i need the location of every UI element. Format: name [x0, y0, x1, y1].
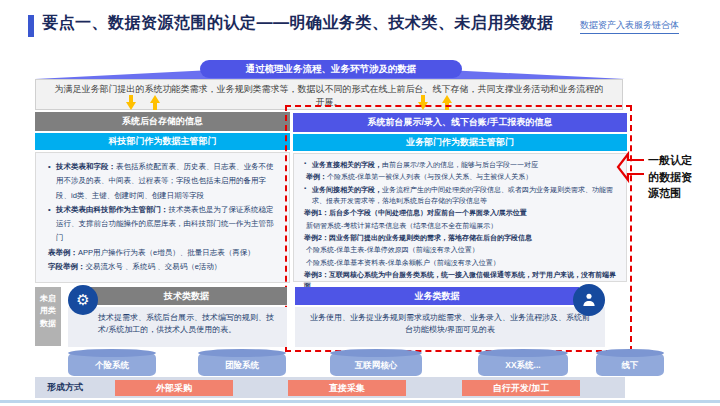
formation-band: 形成方式 外部采购 直接采集 自行开发/加工: [35, 377, 625, 398]
left-panel-subheader: 科技部门作为数据主管部门: [35, 133, 290, 150]
backend-storage-panel: 系统后台存储的信息 科技部门作为数据主管部门 技术类表和字段：表包括系统配置表、…: [35, 112, 290, 283]
intro-box: 为满足业务部门提出的系统功能类需求，业务规则类需求等，数据以不同的形式在线上前后…: [35, 79, 623, 110]
list-item: 举例2：因业务部门提出的业务规则类的需求，落地存储在后台的字段信息: [304, 232, 618, 243]
example-lead: 举例：: [306, 173, 327, 180]
method-badge: 外部采购: [115, 380, 233, 396]
example-lead: 表举例：: [48, 248, 78, 257]
flow-banner: 通过梳理业务流程、业务环节涉及的数据: [200, 60, 462, 78]
gear-icon: ⚙: [68, 285, 98, 315]
arrow-up-icon: [442, 95, 452, 110]
system-label: XX系统...: [505, 360, 540, 370]
system-cylinder: 线下: [596, 353, 664, 376]
title-accent-bar: [28, 15, 34, 37]
left-panel-body: 技术类表和字段：表包括系统配置表、历史表、日志表、业务不使用不涉及的表、中间表、…: [35, 152, 290, 283]
person-glyph: [580, 291, 598, 309]
list-item: 表举例：APP用户操作行为表（e增员）、批量日志表（再保）: [48, 246, 279, 260]
system-label: 个险系统: [95, 360, 129, 370]
person-icon: [573, 284, 605, 316]
system-cylinder: XX系统...: [478, 353, 568, 376]
page-subtitle: 数据资产入表服务链合体: [580, 19, 679, 34]
formation-label: 形成方式: [47, 377, 83, 398]
system-label: 团险系统: [225, 360, 259, 370]
business-section-desc: 业务使用、业务提业务规则需求或功能需求、业务录入、业务流程涉及、系统前台功能模块…: [295, 307, 605, 347]
bullet-lead: 业务间接相关的字段，: [312, 186, 382, 193]
business-section-header: 业务类数据: [295, 287, 579, 305]
method-badge: 直接采集: [288, 380, 406, 396]
system-cylinder: 个险系统: [68, 353, 156, 376]
business-data-section: 业务类数据 业务使用、业务提业务规则需求或功能需求、业务录入、业务流程涉及、系统…: [295, 284, 607, 348]
list-item: 新销管系统-考核计算结果信息表（结果信息不全在前端展示）: [304, 220, 618, 231]
bottom-divider: [0, 400, 720, 403]
arrow-down-icon: [126, 95, 136, 110]
bullet-lead: 技术类表和字段：: [56, 162, 116, 171]
system-cylinder: 互联网核心: [330, 353, 422, 376]
system-cylinder: 团险系统: [198, 353, 286, 376]
tech-section-header: 技术类数据: [86, 287, 287, 305]
slide: 要点一、数据资源范围的认定——明确业务类、技术类、未启用类数据 数据资产入表服务…: [0, 0, 720, 406]
list-item: 技术类表由科技部作为主管部门：技术类表也是为了保证系统稳定运行、支撑前台功能操作…: [48, 203, 279, 246]
red-left-arrow-icon: [616, 150, 646, 184]
left-panel-header: 系统后台存储的信息: [35, 112, 290, 131]
list-item: 业务直接相关的字段，由前台展示/录入的信息，能够与后台字段一一对应: [304, 159, 618, 170]
frontend-display-panel: 系统前台展示/录入、线下台账/手工报表的信息 业务部门作为数据主管部门 业务直接…: [293, 113, 627, 282]
list-item: 字段举例：交易流水号 、系统码 、交易码（e活动）: [48, 260, 279, 274]
scope-annotation: 一般认定的数据资源范围: [648, 152, 700, 202]
arrow-up-icon: [150, 95, 160, 110]
page-title: 要点一、数据资源范围的认定——明确业务类、技术类、未启用类数据: [42, 13, 554, 34]
bullet-lead: 业务直接相关的字段，: [312, 161, 382, 168]
example-text: 个险系统-保单第一被保人列表（与投保人关系、与主被保人关系）: [327, 173, 532, 180]
tech-data-section: ⚙ 技术类数据 技术提需求、系统后台展示、技术编写的规则、技术/系统加工的，供技…: [66, 284, 287, 348]
bullet-lead: 技术类表由科技部作为主管部门：: [56, 205, 169, 214]
system-label: 互联网核心: [355, 360, 398, 370]
example-lead: 字段举例：: [48, 262, 86, 271]
bullet-text: 由前台展示/录入的信息，能够与后台字段一一对应: [382, 161, 538, 168]
gear-glyph: ⚙: [76, 291, 89, 309]
list-item: 个险系统-保单主表-保单停效原因（前端没有录入位置）: [304, 244, 618, 255]
list-item: 技术类表和字段：表包括系统配置表、历史表、日志表、业务不使用不涉及的表、中间表、…: [48, 160, 279, 203]
list-item: 举例1：后台多个字段（中间处理信息）对应前台一个界面录入/展示位置: [304, 207, 618, 218]
arrow-down-icon: [418, 95, 428, 110]
unused-data-label: 未启用类数据: [35, 287, 61, 346]
list-item: 业务间接相关的字段，业务流程产生的中间处理类的字段信息、或者因为业务规则类需求、…: [304, 184, 618, 207]
right-panel-header: 系统前台展示/录入、线下台账/手工报表的信息: [293, 113, 627, 132]
list-item: 个险系统-保单基本资料表-保单余额帐户（前端没有录入位置）: [304, 257, 618, 268]
example-text: 交易流水号 、系统码 、交易码（e活动）: [86, 262, 222, 271]
example-text: APP用户操作行为表（e增员）、批量日志表（再保）: [78, 248, 255, 257]
list-item: 举例：个险系统-保单第一被保人列表（与投保人关系、与主被保人关系）: [304, 171, 618, 182]
system-label: 线下: [622, 360, 639, 370]
method-badge: 自行开发/加工: [462, 380, 580, 396]
right-panel-body: 业务直接相关的字段，由前台展示/录入的信息，能够与后台字段一一对应 举例：个险系…: [293, 153, 627, 282]
tech-section-desc: 技术提需求、系统后台展示、技术编写的规则、技术/系统加工的，供技术人员使用的表。: [68, 307, 287, 347]
right-panel-subheader: 业务部门作为数据主管部门: [293, 134, 627, 151]
